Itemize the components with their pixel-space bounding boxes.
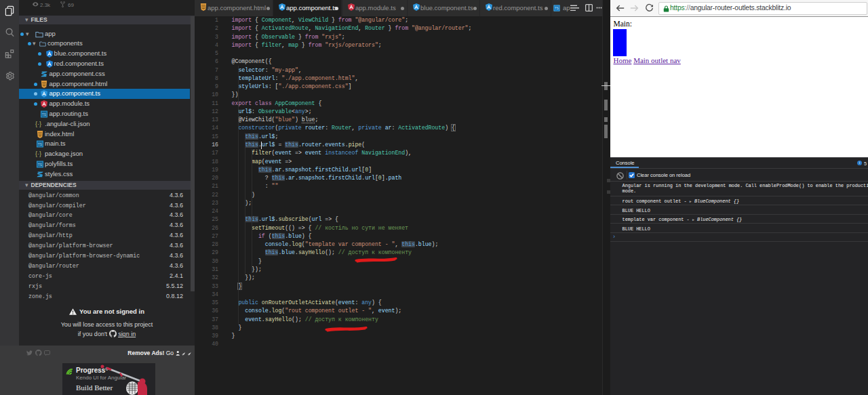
svg-text:TS: TS bbox=[38, 142, 43, 146]
svg-text:TS: TS bbox=[38, 163, 43, 167]
svg-text:TS: TS bbox=[42, 112, 47, 117]
svg-text:TS: TS bbox=[555, 7, 559, 10]
